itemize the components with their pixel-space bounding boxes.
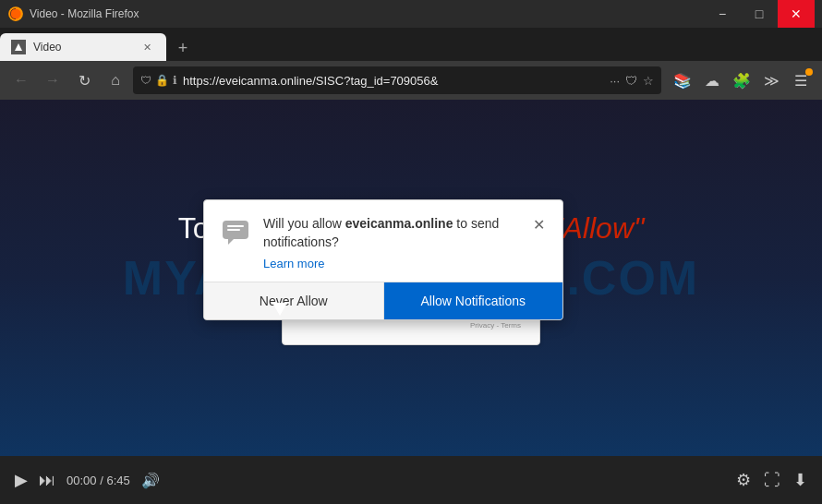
info-icon: ℹ <box>173 74 177 87</box>
never-allow-button[interactable]: Never Allow <box>204 282 384 319</box>
svg-rect-7 <box>227 229 240 231</box>
popup-buttons: Never Allow Allow Notifications <box>204 282 562 319</box>
svg-point-1 <box>10 8 20 18</box>
skip-next-button[interactable]: ⏭ <box>39 471 55 490</box>
play-icon: ▶ <box>15 470 28 490</box>
nav-right-icons: 📚 ☁ 🧩 ≫ ☰ <box>669 66 815 94</box>
title-bar-left: Video - Mozilla Firefox <box>7 6 139 22</box>
new-tab-button[interactable]: + <box>170 35 196 61</box>
lock-icon: 🔒 <box>155 74 169 87</box>
forward-button[interactable]: → <box>39 66 66 94</box>
menu-button[interactable]: ☰ <box>787 66 815 94</box>
extensions-icon[interactable]: ≫ <box>757 66 785 94</box>
download-button[interactable]: ⬇ <box>793 470 807 490</box>
popup-message: Will you allow eveicanma.online to send … <box>263 215 518 251</box>
popup-message-prefix: Will you allow <box>263 216 345 231</box>
more-icon[interactable]: ··· <box>610 74 620 88</box>
video-controls: ▶ ⏭ 00:00 / 6:45 🔊 ⚙ ⛶ ⬇ <box>0 456 822 504</box>
home-button[interactable]: ⌂ <box>102 66 129 94</box>
home-icon: ⌂ <box>111 72 120 89</box>
address-bar-right-icons: ··· 🛡 ☆ <box>610 74 654 88</box>
bookmark-icon[interactable]: ☆ <box>643 74 654 88</box>
tab-label: Video <box>33 41 131 54</box>
close-button[interactable]: ✕ <box>778 0 815 28</box>
title-bar: Video - Mozilla Firefox − □ ✕ <box>0 0 822 28</box>
fullscreen-button[interactable]: ⛶ <box>764 471 780 490</box>
popup-learn-more-link[interactable]: Learn more <box>263 257 518 270</box>
popup-header: Will you allow eveicanma.online to send … <box>204 200 562 282</box>
popup-content: Will you allow eveicanma.online to send … <box>263 215 518 270</box>
svg-marker-5 <box>228 239 234 245</box>
window-title: Video - Mozilla Firefox <box>30 7 139 20</box>
sync-icon[interactable]: ☁ <box>698 66 726 94</box>
tab-bar: Video ✕ + <box>0 28 822 61</box>
refresh-button[interactable]: ↻ <box>70 66 98 94</box>
maximize-button[interactable]: □ <box>741 0 778 28</box>
address-bar-security-icons: 🛡 🔒 ℹ <box>140 74 177 87</box>
firefox-icon <box>7 6 24 22</box>
settings-button[interactable]: ⚙ <box>736 470 751 490</box>
nav-bar: ← → ↻ ⌂ 🛡 🔒 ℹ https://eveicanma.online/S… <box>0 61 822 100</box>
address-bar[interactable]: 🛡 🔒 ℹ https://eveicanma.online/SISC?tag_… <box>133 66 661 94</box>
svg-rect-6 <box>227 225 244 227</box>
time-total: 6:45 <box>106 474 129 487</box>
shield-icon: 🛡 <box>140 74 151 87</box>
title-bar-controls: − □ ✕ <box>704 0 815 28</box>
active-tab[interactable]: Video ✕ <box>0 33 166 61</box>
mouse-cursor <box>272 303 287 316</box>
volume-icon: 🔊 <box>141 473 160 488</box>
library-icon[interactable]: 📚 <box>669 66 696 94</box>
play-button[interactable]: ▶ <box>15 470 28 490</box>
tab-close-icon[interactable]: ✕ <box>139 39 155 55</box>
back-button[interactable]: ← <box>7 66 35 94</box>
volume-button[interactable]: 🔊 <box>141 472 160 489</box>
forward-icon: → <box>45 72 60 89</box>
popup-chat-icon <box>219 215 252 248</box>
time-current: 00:00 <box>66 474 97 487</box>
addons-icon[interactable]: 🧩 <box>728 66 756 94</box>
notification-popup: Will you allow eveicanma.online to send … <box>203 199 563 320</box>
refresh-icon: ↻ <box>79 72 91 90</box>
allow-notifications-button[interactable]: Allow Notifications <box>384 282 563 319</box>
content-area: MYANTISPYWARE.COM To access to the video… <box>0 100 822 504</box>
popup-close-button[interactable]: ✕ <box>529 215 548 234</box>
url-display[interactable]: https://eveicanma.online/SISC?tag_id=709… <box>183 74 604 88</box>
back-icon: ← <box>14 72 29 89</box>
skip-icon: ⏭ <box>39 471 55 490</box>
time-display: 00:00 / 6:45 <box>66 474 130 487</box>
url-text: https://eveicanma.online/SISC?tag_id=709… <box>183 74 438 88</box>
minimize-button[interactable]: − <box>704 0 741 28</box>
recaptcha-policy-text: Privacy - Terms <box>470 321 521 330</box>
video-allow-text: "Allow" <box>552 211 644 245</box>
popup-domain: eveicanma.online <box>345 216 453 231</box>
controls-right: ⚙ ⛶ ⬇ <box>736 470 807 490</box>
notification-badge-dot <box>805 68 813 76</box>
chat-bubble-svg <box>219 215 252 248</box>
tab-favicon <box>11 40 26 54</box>
shield-check-icon[interactable]: 🛡 <box>625 74 637 88</box>
